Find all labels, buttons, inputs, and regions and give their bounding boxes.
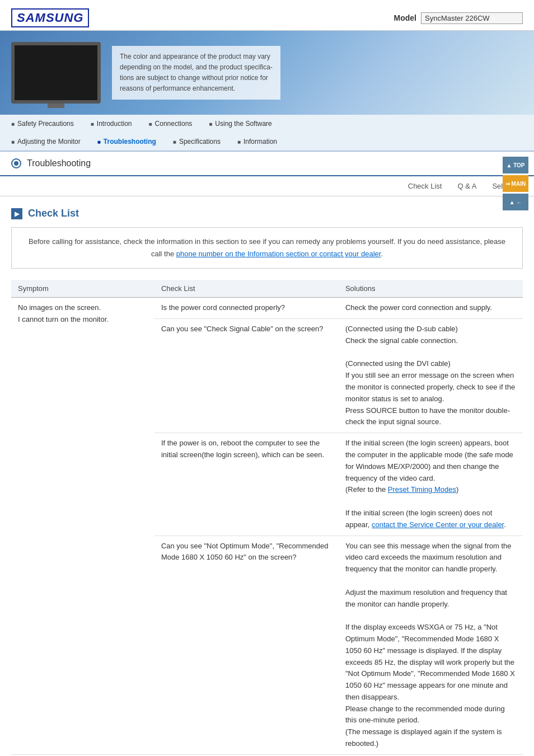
- service-center-link[interactable]: contact the Service Center or your deale…: [372, 520, 504, 529]
- table-header-row: Symptom Check List Solutions: [11, 280, 523, 298]
- float-buttons-container: ▲ TOP ⇒ MAIN ▲ ←: [503, 157, 528, 210]
- nav-specifications[interactable]: ■ Specifications: [173, 135, 221, 148]
- page-title-bar: Troubleshooting: [0, 152, 534, 176]
- nav-bullet-active: ■: [97, 139, 101, 145]
- nav-bullet: ■: [149, 121, 152, 127]
- nav-bullet: ■: [209, 121, 212, 127]
- col-symptom: Symptom: [11, 280, 154, 298]
- symptom-cell: No images on the screen.I cannot turn on…: [11, 298, 154, 755]
- solution-cell: If the initial screen (the login screen)…: [339, 433, 523, 536]
- nav-bullet: ■: [173, 139, 176, 145]
- nav-row-1: ■ Safety Precautions ■ Introduction ■ Co…: [0, 115, 534, 133]
- check-cell: Can you see "Not Optimum Mode", "Recomme…: [154, 536, 339, 754]
- main-button[interactable]: ⇒ MAIN: [503, 175, 528, 192]
- table-row: No images on the screen.I cannot turn on…: [11, 298, 523, 319]
- check-cell: If the power is on, reboot the computer …: [154, 433, 339, 536]
- section-icon: ▶: [11, 208, 22, 219]
- check-cell: Can you see "Check Signal Cable" on the …: [154, 318, 339, 433]
- top-button[interactable]: ▲ TOP: [503, 157, 528, 173]
- samsung-logo: SAMSUNG: [11, 8, 89, 27]
- model-input[interactable]: [421, 12, 523, 24]
- hero-banner: The color and appearance of the product …: [0, 31, 534, 115]
- preset-timing-link[interactable]: Preset Timing Modes: [388, 485, 456, 494]
- solution-cell: (Connected using the D-sub cable) Check …: [339, 318, 523, 433]
- page-title: Troubleshooting: [27, 158, 91, 168]
- nav-row-2: ■ Adjusting the Monitor ■ Troubleshootin…: [0, 133, 534, 151]
- solution-cell: You can see this message when the signal…: [339, 536, 523, 754]
- sub-nav-qa[interactable]: Q & A: [455, 181, 479, 191]
- nav-bullet: ■: [91, 121, 94, 127]
- nav-adjusting-monitor[interactable]: ■ Adjusting the Monitor: [11, 135, 81, 148]
- model-label: Model: [394, 13, 416, 22]
- solution-cell: Check the power cord connection and supp…: [339, 298, 523, 319]
- col-solutions: Solutions: [339, 280, 523, 298]
- hero-text-line1: The color and appearance of the product …: [120, 53, 270, 60]
- nav-safety-precautions[interactable]: ■ Safety Precautions: [11, 118, 74, 130]
- info-box: Before calling for assistance, check the…: [11, 227, 523, 269]
- content-area: ▶ Check List Before calling for assistan…: [0, 196, 534, 756]
- model-info: Model: [394, 12, 523, 24]
- page-title-icon-inner: [14, 161, 18, 166]
- nav-introduction[interactable]: ■ Introduction: [91, 118, 132, 130]
- info-text-after: .: [381, 250, 383, 258]
- nav-troubleshooting[interactable]: ■ Troubleshooting: [97, 135, 156, 148]
- hero-text-line4: reasons of performance enhancement.: [120, 84, 235, 92]
- hero-description: The color and appearance of the product …: [112, 46, 280, 100]
- col-checklist: Check List: [154, 280, 339, 298]
- sub-nav-checklist[interactable]: Check List: [406, 181, 444, 191]
- info-link[interactable]: phone number on the Information section …: [176, 250, 381, 258]
- nav-connections[interactable]: ■ Connections: [149, 118, 193, 130]
- nav-bullet: ■: [11, 139, 15, 145]
- nav-information[interactable]: ■ Information: [237, 135, 277, 148]
- nav-bullet: ■: [11, 121, 15, 127]
- sub-navigation: Check List Q & A Self-Test: [0, 176, 534, 196]
- section-heading: ▶ Check List: [11, 208, 523, 219]
- nav-using-software[interactable]: ■ Using the Software: [209, 118, 271, 130]
- nav-bullet: ■: [237, 139, 241, 145]
- check-cell: Is the power cord connected properly?: [154, 298, 339, 319]
- check-table: Symptom Check List Solutions No images o…: [11, 280, 523, 756]
- page-title-icon: [11, 158, 21, 168]
- monitor-image: [11, 42, 101, 104]
- section-title: Check List: [28, 208, 79, 219]
- section-arrow-icon: ▶: [15, 210, 20, 218]
- back-button[interactable]: ▲ ←: [503, 194, 528, 210]
- hero-text-line2: depending on the model, and the product …: [120, 63, 273, 71]
- navigation: ■ Safety Precautions ■ Introduction ■ Co…: [0, 115, 534, 152]
- hero-text-line3: tions are subject to change without prio…: [120, 74, 268, 82]
- header: SAMSUNG Model: [0, 0, 534, 31]
